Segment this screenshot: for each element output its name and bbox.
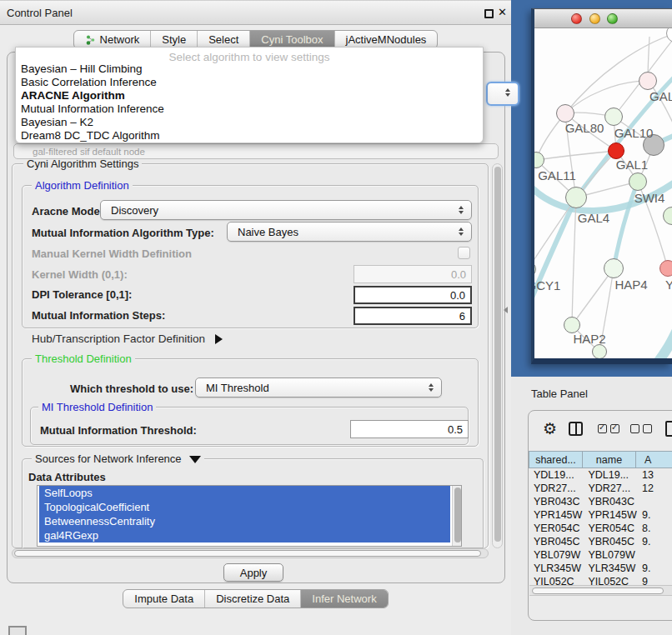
aracne-mode-value: Discovery <box>111 204 158 217</box>
tab-discretize-data[interactable]: Discretize Data <box>205 590 301 608</box>
control-panel-title: Control Panel <box>7 7 73 19</box>
mi-type-combo[interactable]: Naive Bayes <box>227 222 472 242</box>
close-traffic-icon[interactable] <box>571 13 582 24</box>
hub-definition-toggle[interactable]: Hub/Transcription Factor Definition <box>32 332 223 345</box>
table-row[interactable]: YBR045C YBR045C 9. <box>529 535 672 548</box>
attribute-item[interactable]: SelfLoops <box>39 486 450 500</box>
which-threshold-value: MI Threshold <box>206 382 269 394</box>
tab-select[interactable]: Select <box>198 31 250 48</box>
network-window: GAL80 GAL10 GAL1 SWI4 GAL11 GAL4 GCY1 HA… <box>531 8 672 364</box>
column-header[interactable]: A <box>636 451 672 468</box>
table-row[interactable]: YER054C YER054C 8. <box>529 522 672 535</box>
table-panel: ⚙ shared... name A YDL19... YDL19... 13 … <box>528 410 672 621</box>
which-threshold-label: Which threshold to use: <box>70 382 193 395</box>
unchecked-pair-icon[interactable] <box>630 424 652 433</box>
node-table: shared... name A YDL19... YDL19... 13 YD… <box>529 451 672 588</box>
close-icon[interactable]: ✕ <box>498 6 507 18</box>
kernel-width-field[interactable]: 0.0 <box>354 265 472 283</box>
node-label: GAL1 <box>616 158 648 172</box>
tab-jactivemnodules[interactable]: jActiveMNodules <box>335 31 438 48</box>
node-label: SWI4 <box>634 191 665 205</box>
node-label: GAL <box>649 89 672 103</box>
tab-infer-network[interactable]: Infer Network <box>301 590 387 608</box>
aracne-mode-label: Aracne Mode: <box>32 205 103 218</box>
float-icon[interactable] <box>484 9 494 18</box>
table-row[interactable]: YBR043C YBR043C <box>529 495 672 508</box>
expand-right-icon <box>215 334 223 344</box>
docked-panel-icon[interactable] <box>8 626 27 635</box>
network-node-gal10[interactable] <box>604 108 623 126</box>
tab-network[interactable]: Network <box>74 31 152 48</box>
node-label: GAL10 <box>614 126 654 140</box>
data-attributes-list: SelfLoops TopologicalCoefficient Between… <box>37 485 462 547</box>
dpi-tolerance-field[interactable]: 0.0 <box>354 286 472 304</box>
node-label: GCY1 <box>534 278 560 292</box>
attribute-item[interactable]: gal4RGexp <box>39 528 450 542</box>
apply-button[interactable]: Apply <box>223 563 283 582</box>
gear-icon[interactable]: ⚙ <box>543 419 557 438</box>
algorithm-definition-title: Algorithm Definition <box>32 179 133 192</box>
tab-cyni-toolbox[interactable]: Cyni Toolbox <box>250 31 334 48</box>
network-node-y[interactable] <box>659 260 672 277</box>
network-node-bottom[interactable] <box>592 344 607 358</box>
table-row[interactable]: YBL079W YBL079W <box>529 548 672 562</box>
network-selector-combo[interactable]: gal-filtered sif default node <box>13 143 499 159</box>
attribute-item[interactable]: BetweennessCentrality <box>39 514 450 528</box>
mi-steps-field[interactable]: 6 <box>354 307 472 325</box>
settings-vscrollbar[interactable] <box>492 163 503 548</box>
network-node-gal4[interactable] <box>565 187 587 208</box>
algorithm-dropdown-popup: Select algorithm to view settings Bayesi… <box>15 47 484 143</box>
new-table-icon[interactable] <box>665 421 672 437</box>
algorithm-placeholder: Select algorithm to view settings <box>16 48 483 62</box>
sources-group-title[interactable]: Sources for Network Inference <box>32 452 204 465</box>
dpi-tolerance-label: DPI Tolerance [0,1]: <box>32 288 132 301</box>
control-panel-titlebar: Control Panel ✕ <box>0 0 511 25</box>
stepper-icon <box>429 383 434 392</box>
zoom-traffic-icon[interactable] <box>607 13 618 24</box>
algorithm-option[interactable]: Dream8 DC_TDC Algorithm <box>16 129 483 142</box>
network-node-pink-top[interactable] <box>639 72 657 90</box>
network-window-titlebar[interactable] <box>534 9 672 28</box>
node-label: HAP2 <box>573 332 605 346</box>
aracne-mode-combo[interactable]: Discovery <box>100 200 472 220</box>
algorithm-option-highlighted[interactable]: ARACNE Algorithm <box>16 89 483 102</box>
threshold-definition-title: Threshold Definition <box>32 352 135 365</box>
node-label: Y <box>665 278 672 292</box>
table-row[interactable]: YDL19... YDL19... 13 <box>529 468 672 482</box>
attributes-scrollbar[interactable] <box>452 486 461 546</box>
table-row[interactable]: YLR345W YLR345W 9. <box>529 562 672 575</box>
minimize-traffic-icon[interactable] <box>589 13 600 24</box>
mi-threshold-field[interactable]: 0.5 <box>350 420 469 438</box>
splitter-collapse-icon[interactable] <box>504 307 508 313</box>
stepper-icon <box>459 206 464 214</box>
stepper-icon <box>459 228 464 236</box>
manual-kernel-checkbox[interactable] <box>458 247 470 259</box>
table-panel-title: Table Panel <box>531 388 588 400</box>
algorithm-option[interactable]: Mutual Information Inference <box>16 102 483 116</box>
algorithm-option[interactable]: Bayesian – Hill Climbing <box>16 62 483 76</box>
table-hscrollbar[interactable] <box>529 585 672 596</box>
column-header[interactable]: name <box>583 451 636 468</box>
network-node-hap4[interactable] <box>604 258 624 278</box>
network-canvas[interactable]: GAL80 GAL10 GAL1 SWI4 GAL11 GAL4 GCY1 HA… <box>534 28 672 358</box>
checked-pair-icon[interactable] <box>598 424 619 433</box>
network-node-swi4[interactable] <box>629 172 647 191</box>
node-label: GAL11 <box>538 168 576 182</box>
column-icon[interactable] <box>569 422 583 436</box>
control-panel: Control Panel ✕ Network Style Select Cyn… <box>0 0 511 635</box>
table-row[interactable]: YPR145W YPR145W 9. <box>529 508 672 522</box>
which-threshold-combo[interactable]: MI Threshold <box>195 378 442 398</box>
tab-impute-data[interactable]: Impute Data <box>123 590 205 608</box>
table-row[interactable]: YDR27... YDR27... 12 <box>529 482 672 495</box>
tab-style[interactable]: Style <box>151 31 198 48</box>
algorithm-option[interactable]: Basic Correlation Inference <box>16 76 483 89</box>
column-header[interactable]: shared... <box>529 451 583 468</box>
kernel-width-label: Kernel Width (0,1): <box>32 268 128 281</box>
settings-hscrollbar[interactable] <box>12 548 489 558</box>
mi-type-label: Mutual Information Algorithm Type: <box>32 227 214 239</box>
cyni-algorithm-settings-title: Cyni Algorithm Settings <box>23 158 142 170</box>
tab-label: Network <box>100 33 140 46</box>
node-label: GAL4 <box>578 211 609 225</box>
algorithm-option[interactable]: Bayesian – K2 <box>16 116 483 129</box>
attribute-item[interactable]: TopologicalCoefficient <box>39 500 450 514</box>
